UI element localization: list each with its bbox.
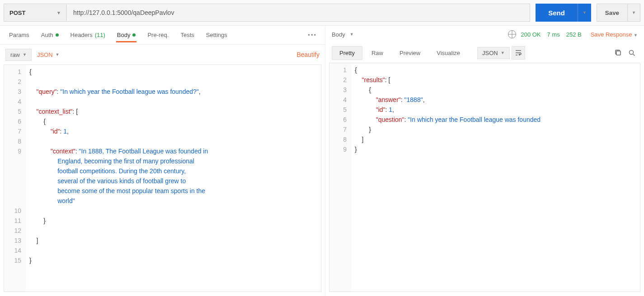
tab-more-icon[interactable]: ••• [303,32,321,38]
chevron-down-icon: ▼ [56,10,61,15]
search-icon[interactable] [626,47,638,59]
url-input[interactable]: http://127.0.0.1:5000/qaDeepPavlov [67,4,530,22]
body-format-select[interactable]: JSON▼ [37,51,60,58]
tab-prereq[interactable]: Pre-req. [142,28,174,42]
chevron-down-icon: ▼ [632,10,636,15]
svg-point-1 [630,51,634,55]
chevron-down-icon: ▼ [350,32,354,37]
body-mode-select[interactable]: raw▼ [5,49,32,61]
request-body-toolbar: raw▼ JSON▼ Beautify [0,45,325,65]
chevron-down-icon: ▼ [501,51,505,55]
code-content[interactable]: { "query": "In which year the Football l… [26,65,321,291]
response-size: 252 B [566,31,582,38]
request-tabs: Params Auth Headers (11) Body Pre-req. T… [0,26,325,45]
response-time: 7 ms [547,31,560,38]
status-code: 200 OK [521,31,541,38]
request-panel: Params Auth Headers (11) Body Pre-req. T… [0,26,325,296]
line-gutter: 123456789 [329,63,351,291]
resp-tab-preview[interactable]: Preview [392,46,428,60]
wrap-lines-icon[interactable] [512,46,525,60]
tab-body[interactable]: Body [112,28,141,42]
tab-tests[interactable]: Tests [175,28,199,42]
status-dot-icon [56,33,59,37]
response-tabs: Pretty Raw Preview Visualize JSON▼ [325,43,644,63]
method-label: POST [9,9,25,16]
response-body-viewer[interactable]: 123456789 { "results": [ { "answer": "18… [329,63,640,292]
chevron-down-icon: ▼ [23,52,27,57]
tab-headers[interactable]: Headers (11) [65,28,111,42]
status-dot-icon [132,33,136,37]
resp-tab-pretty[interactable]: Pretty [332,46,362,60]
response-panel: Body▼ 200 OK 7 ms 252 B Save Response ▼ … [325,26,644,296]
response-status: 200 OK 7 ms 252 B [521,31,581,38]
globe-icon[interactable] [508,30,516,38]
copy-icon[interactable] [612,47,624,59]
save-button[interactable]: Save [597,4,628,22]
tab-params[interactable]: Params [4,28,35,42]
resp-tab-raw[interactable]: Raw [364,46,390,60]
response-header: Body▼ 200 OK 7 ms 252 B Save Response ▼ [325,26,644,43]
svg-rect-0 [616,51,620,55]
beautify-button[interactable]: Beautify [296,51,320,58]
send-dropdown[interactable]: ▼ [578,4,591,22]
line-gutter: 123456789101112131415 [4,65,26,291]
url-value: http://127.0.0.1:5000/qaDeepPavlov [73,9,174,16]
chevron-down-icon: ▼ [583,10,587,15]
request-bar: POST ▼ http://127.0.0.1:5000/qaDeepPavlo… [0,0,644,26]
response-section-label[interactable]: Body [332,31,345,38]
request-body-editor[interactable]: 123456789101112131415 { "query": "In whi… [4,65,321,292]
method-select[interactable]: POST ▼ [4,4,67,22]
code-content: { "results": [ { "answer": "1888", "id":… [351,63,640,291]
tab-auth[interactable]: Auth [36,28,64,42]
chevron-down-icon: ▼ [634,33,638,37]
resp-tab-visualize[interactable]: Visualize [429,46,467,60]
response-format-select[interactable]: JSON▼ [477,47,510,59]
chevron-down-icon: ▼ [56,52,60,57]
save-response-button[interactable]: Save Response ▼ [591,31,638,38]
save-dropdown[interactable]: ▼ [628,4,640,22]
tab-settings[interactable]: Settings [201,28,233,42]
send-button[interactable]: Send [536,4,578,22]
